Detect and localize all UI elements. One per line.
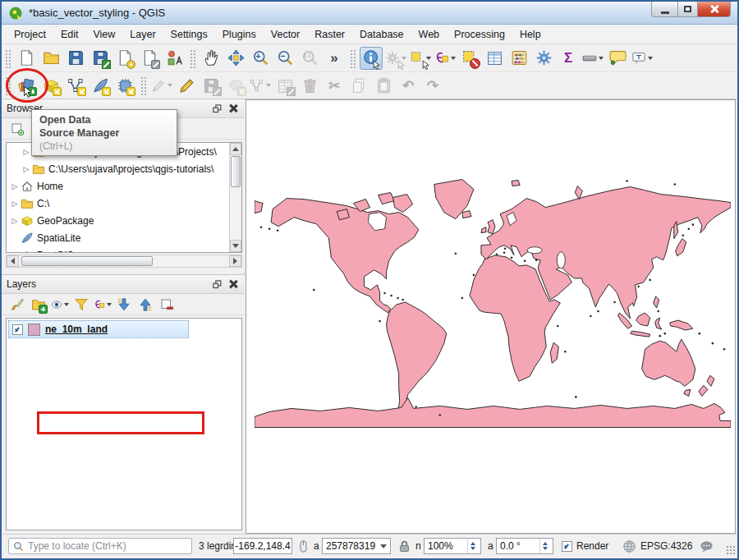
map-tips-button[interactable] bbox=[606, 47, 629, 70]
expander-icon[interactable]: ▷ bbox=[21, 148, 31, 156]
menu-raster[interactable]: Raster bbox=[307, 26, 352, 43]
menu-vector[interactable]: Vector bbox=[264, 26, 307, 43]
identify-features-button[interactable] bbox=[360, 47, 383, 70]
toolbar-overflow-button[interactable]: » bbox=[323, 47, 346, 70]
map-canvas[interactable] bbox=[246, 99, 736, 534]
open-attribute-table-button[interactable] bbox=[483, 47, 506, 70]
menu-settings[interactable]: Settings bbox=[163, 26, 215, 43]
messages-button[interactable] bbox=[700, 538, 714, 554]
measure-line-button[interactable] bbox=[581, 47, 604, 70]
style-manager-button[interactable] bbox=[163, 47, 186, 70]
new-print-layout-button[interactable] bbox=[113, 47, 136, 70]
filter-legend-button[interactable] bbox=[71, 295, 91, 314]
browser-item-geopackage[interactable]: ▷GeoPackage bbox=[7, 212, 241, 229]
crs-button[interactable] bbox=[622, 538, 636, 554]
scale-lock-button[interactable] bbox=[397, 538, 411, 554]
chevron-down-icon[interactable] bbox=[266, 84, 271, 87]
new-shapefile-layer-button[interactable] bbox=[64, 74, 87, 97]
render-checkbox[interactable]: Render bbox=[562, 538, 608, 554]
layers-close-button[interactable] bbox=[226, 278, 240, 291]
select-features-button[interactable] bbox=[409, 47, 432, 70]
add-group-button[interactable] bbox=[29, 295, 48, 314]
show-layout-manager-button[interactable] bbox=[138, 47, 161, 70]
browser-item-home[interactable]: ▷Home bbox=[7, 177, 241, 195]
menu-project[interactable]: Project bbox=[7, 26, 53, 43]
layer-item-ne-10m-land[interactable]: ne_10m_land bbox=[8, 320, 189, 338]
zoom-out-button[interactable]: − bbox=[273, 47, 296, 70]
expander-icon[interactable]: ▷ bbox=[10, 217, 20, 225]
deselect-features-button[interactable] bbox=[458, 47, 481, 70]
mouse-extents-toggle[interactable] bbox=[296, 538, 310, 554]
expander-icon[interactable]: ▷ bbox=[21, 165, 31, 173]
pan-map-button[interactable] bbox=[200, 47, 223, 70]
menu-view[interactable]: View bbox=[85, 26, 122, 43]
save-project-button[interactable] bbox=[64, 47, 87, 70]
collapse-all-button[interactable] bbox=[135, 295, 155, 314]
scale-combobox[interactable]: 257878319 bbox=[322, 538, 391, 554]
new-project-button[interactable] bbox=[15, 47, 38, 70]
manage-map-themes-button[interactable] bbox=[50, 295, 70, 314]
chevron-down-icon[interactable] bbox=[451, 57, 456, 60]
new-virtual-layer-button[interactable] bbox=[113, 74, 136, 97]
coordinate-input[interactable]: -169.2,148.4 bbox=[233, 538, 292, 554]
processing-toolbox-button[interactable] bbox=[532, 47, 555, 70]
browser-float-button[interactable] bbox=[210, 102, 224, 116]
scroll-up-button[interactable] bbox=[230, 143, 241, 155]
open-layer-styling-button[interactable] bbox=[7, 295, 27, 314]
menu-plugins[interactable]: Plugins bbox=[215, 26, 264, 43]
remove-layer-button[interactable] bbox=[157, 295, 177, 314]
expander-icon[interactable]: ▷ bbox=[10, 200, 20, 208]
restore-button[interactable] bbox=[678, 2, 697, 17]
title-bar[interactable]: *basic_vector_styling - QGIS bbox=[2, 2, 737, 25]
browser-item-c-users-ujaval-projects-qgis-tutorials[interactable]: ▷C:\Users\ujaval\projects\qgis-tutorials… bbox=[7, 160, 241, 177]
pan-to-selection-button[interactable] bbox=[224, 47, 247, 70]
close-button[interactable] bbox=[697, 2, 731, 17]
scroll-thumb[interactable] bbox=[21, 256, 153, 266]
resize-grip[interactable] bbox=[726, 545, 736, 555]
expander-icon[interactable]: ▷ bbox=[10, 182, 20, 190]
browser-close-button[interactable] bbox=[226, 102, 240, 116]
save-project-as-button[interactable] bbox=[89, 47, 112, 70]
scroll-left-button[interactable] bbox=[7, 255, 19, 267]
select-by-expression-button[interactable] bbox=[434, 47, 457, 70]
browser-horizontal-scrollbar[interactable] bbox=[6, 255, 242, 268]
locator-search-input[interactable]: Type to locate (Ctrl+K) bbox=[8, 538, 192, 554]
open-data-source-manager-button[interactable] bbox=[15, 74, 38, 97]
chevron-down-icon[interactable] bbox=[599, 57, 604, 60]
open-project-button[interactable] bbox=[39, 47, 62, 70]
chevron-down-icon[interactable] bbox=[648, 57, 653, 60]
browser-vertical-scrollbar[interactable] bbox=[229, 143, 241, 252]
toggle-editing-button[interactable] bbox=[175, 74, 198, 97]
magnifier-spinbox[interactable]: 100% bbox=[424, 538, 481, 554]
menu-database[interactable]: Database bbox=[352, 26, 411, 43]
filter-by-expression-button[interactable] bbox=[93, 295, 112, 314]
new-spatialite-layer-button[interactable] bbox=[89, 74, 112, 97]
scroll-down-button[interactable] bbox=[230, 240, 241, 252]
browser-item-c[interactable]: ▷C:\ bbox=[7, 195, 241, 212]
menu-edit[interactable]: Edit bbox=[53, 26, 86, 43]
expand-all-button[interactable] bbox=[114, 295, 134, 314]
menu-help[interactable]: Help bbox=[512, 26, 549, 43]
browser-item-spatialite[interactable]: SpatiaLite bbox=[7, 229, 241, 246]
rotation-spinbox[interactable]: 0.0 ° bbox=[496, 538, 553, 554]
spinner-buttons[interactable] bbox=[467, 539, 477, 553]
chevron-down-icon[interactable] bbox=[168, 84, 172, 87]
menu-layer[interactable]: Layer bbox=[122, 26, 163, 43]
scroll-thumb[interactable] bbox=[231, 156, 241, 187]
open-field-calculator-button[interactable] bbox=[507, 47, 530, 70]
layers-float-button[interactable] bbox=[210, 278, 224, 291]
layer-visibility-checkbox[interactable] bbox=[12, 324, 23, 335]
minimize-button[interactable] bbox=[651, 2, 678, 17]
new-geopackage-layer-button[interactable] bbox=[39, 74, 62, 97]
add-selected-layers-button[interactable] bbox=[7, 119, 27, 139]
menu-processing[interactable]: Processing bbox=[447, 26, 512, 43]
text-annotation-button[interactable] bbox=[631, 47, 654, 70]
layer-color-swatch[interactable] bbox=[28, 324, 40, 336]
chevron-down-icon[interactable] bbox=[107, 303, 112, 306]
browser-item-postgis[interactable]: PostGIS bbox=[7, 246, 241, 253]
menu-web[interactable]: Web bbox=[411, 26, 447, 43]
chevron-down-icon[interactable] bbox=[64, 303, 69, 306]
scroll-right-button[interactable] bbox=[229, 255, 241, 267]
show-statistics-button[interactable]: Σ bbox=[557, 47, 580, 70]
spinner-buttons[interactable] bbox=[539, 539, 549, 553]
